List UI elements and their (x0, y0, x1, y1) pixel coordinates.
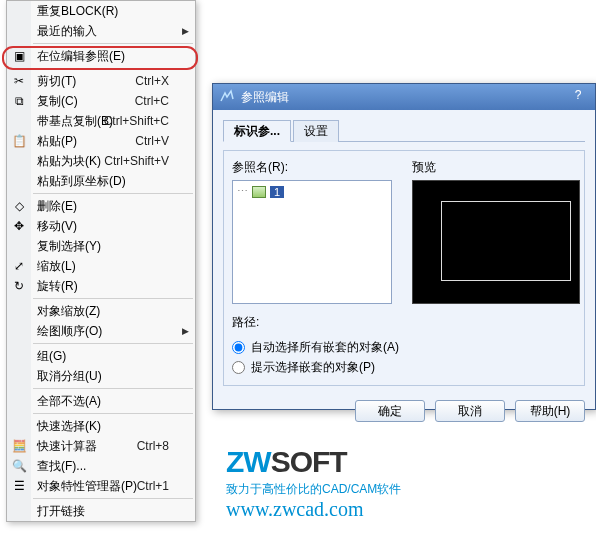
tab-bar: 标识参... 设置 (223, 120, 585, 142)
preview-label: 预览 (412, 159, 580, 176)
menu-item[interactable]: 全部不选(A) (7, 391, 195, 411)
menu-item[interactable]: 📋粘贴(P)Ctrl+V (7, 131, 195, 151)
menu-item-label: 粘贴(P) (37, 131, 77, 151)
menu-item-label: 复制(C) (37, 91, 78, 111)
menu-item[interactable]: 🧮快速计算器Ctrl+8 (7, 436, 195, 456)
menu-item[interactable]: 组(G) (7, 346, 195, 366)
brand-tagline: 致力于高性价比的CAD/CAM软件 (226, 481, 401, 498)
radio-prompt-input[interactable] (232, 361, 245, 374)
brand-url[interactable]: www.zwcad.com (226, 498, 401, 521)
menu-shortcut: Ctrl+X (135, 71, 169, 91)
separator (33, 388, 193, 389)
cancel-button[interactable]: 取消 (435, 400, 505, 422)
menu-item[interactable]: 复制选择(Y) (7, 236, 195, 256)
submenu-arrow-icon: ▶ (182, 21, 189, 41)
help-button[interactable]: ? (567, 88, 589, 106)
find-icon: 🔍 (11, 458, 27, 474)
submenu-arrow-icon: ▶ (182, 321, 189, 341)
block-icon (252, 186, 266, 198)
refname-label: 参照名(R): (232, 159, 392, 176)
menu-item[interactable]: ⧉复制(C)Ctrl+C (7, 91, 195, 111)
menu-item[interactable]: ⤢缩放(L) (7, 256, 195, 276)
menu-item-label: 移动(V) (37, 216, 77, 236)
separator (33, 68, 193, 69)
menu-shortcut: Ctrl+1 (137, 476, 169, 496)
reference-tree[interactable]: ⋯ 1 (232, 180, 392, 304)
menu-item-label: 快速计算器 (37, 436, 97, 456)
scale-icon: ⤢ (11, 258, 27, 274)
context-menu: 重复BLOCK(R)最近的输入▶▣在位编辑参照(E)✂剪切(T)Ctrl+X⧉复… (6, 0, 196, 522)
paste-icon: 📋 (11, 133, 27, 149)
dialog-buttons: 确定 取消 帮助(H) (213, 392, 595, 430)
group-box: 参照名(R): ⋯ 1 预览 路径: (223, 150, 585, 386)
menu-item[interactable]: 取消分组(U) (7, 366, 195, 386)
logo-block: ZWSOFT 致力于高性价比的CAD/CAM软件 www.zwcad.com (226, 445, 401, 521)
menu-item-label: 全部不选(A) (37, 391, 101, 411)
ok-button[interactable]: 确定 (355, 400, 425, 422)
radio-prompt-nested[interactable]: 提示选择嵌套的对象(P) (232, 357, 576, 377)
brand-soft: SOFT (271, 445, 347, 478)
menu-item-label: 剪切(T) (37, 71, 76, 91)
menu-item-label: 查找(F)... (37, 456, 86, 476)
menu-shortcut: Ctrl+Shift+V (104, 151, 169, 171)
tree-dots: ⋯ (237, 185, 248, 198)
menu-item-label: 绘图顺序(O) (37, 321, 102, 341)
scissors-icon: ✂ (11, 73, 27, 89)
separator (33, 193, 193, 194)
menu-shortcut: Ctrl+Shift+C (104, 111, 169, 131)
menu-item[interactable]: ☰对象特性管理器(P)Ctrl+1 (7, 476, 195, 496)
menu-item[interactable]: 绘图顺序(O)▶ (7, 321, 195, 341)
menu-item[interactable]: ▣在位编辑参照(E) (7, 46, 195, 66)
menu-item-label: 取消分组(U) (37, 366, 102, 386)
copy-icon: ⧉ (11, 93, 27, 109)
tree-node-label: 1 (270, 186, 284, 198)
menu-item[interactable]: ◇删除(E) (7, 196, 195, 216)
menu-item-label: 对象缩放(Z) (37, 301, 100, 321)
menu-item[interactable]: 最近的输入▶ (7, 21, 195, 41)
menu-item-label: 组(G) (37, 346, 66, 366)
menu-item-label: 旋转(R) (37, 276, 78, 296)
menu-item[interactable]: 快速选择(K) (7, 416, 195, 436)
menu-item[interactable]: 粘贴到原坐标(D) (7, 171, 195, 191)
menu-item[interactable]: 🔍查找(F)... (7, 456, 195, 476)
menu-shortcut: Ctrl+V (135, 131, 169, 151)
menu-item-label: 对象特性管理器(P) (37, 476, 137, 496)
tab-settings[interactable]: 设置 (293, 120, 339, 142)
dialog-titlebar: 参照编辑 ? (213, 84, 595, 110)
radio-auto-nested[interactable]: 自动选择所有嵌套的对象(A) (232, 337, 576, 357)
separator (33, 43, 193, 44)
menu-item[interactable]: 带基点复制(B)Ctrl+Shift+C (7, 111, 195, 131)
tree-node[interactable]: ⋯ 1 (237, 185, 387, 198)
radio-auto-label: 自动选择所有嵌套的对象(A) (251, 339, 399, 356)
menu-shortcut: Ctrl+8 (137, 436, 169, 456)
menu-item[interactable]: 粘贴为块(K)Ctrl+Shift+V (7, 151, 195, 171)
help-button-footer[interactable]: 帮助(H) (515, 400, 585, 422)
radio-auto-input[interactable] (232, 341, 245, 354)
menu-item[interactable]: 对象缩放(Z) (7, 301, 195, 321)
calc-icon: 🧮 (11, 438, 27, 454)
rotate-icon: ↻ (11, 278, 27, 294)
tab-identify[interactable]: 标识参... (223, 120, 291, 142)
brand-zw: ZW (226, 445, 271, 478)
menu-item-label: 缩放(L) (37, 256, 76, 276)
menu-item-label: 粘贴到原坐标(D) (37, 171, 126, 191)
separator (33, 298, 193, 299)
move-icon: ✥ (11, 218, 27, 234)
preview-pane (412, 180, 580, 304)
menu-item[interactable]: 打开链接 (7, 501, 195, 521)
menu-item[interactable]: 重复BLOCK(R) (7, 1, 195, 21)
menu-item-label: 删除(E) (37, 196, 77, 216)
separator (33, 413, 193, 414)
menu-item-label: 复制选择(Y) (37, 236, 101, 256)
menu-item-label: 粘贴为块(K) (37, 151, 101, 171)
app-icon (219, 89, 235, 105)
menu-item[interactable]: ✥移动(V) (7, 216, 195, 236)
menu-item[interactable]: ↻旋转(R) (7, 276, 195, 296)
menu-item[interactable]: ✂剪切(T)Ctrl+X (7, 71, 195, 91)
menu-shortcut: Ctrl+C (135, 91, 169, 111)
eraser-icon: ◇ (11, 198, 27, 214)
menu-item-label: 打开链接 (37, 501, 85, 521)
dialog-title: 参照编辑 (241, 89, 289, 106)
menu-item-label: 重复BLOCK(R) (37, 1, 118, 21)
separator (33, 343, 193, 344)
